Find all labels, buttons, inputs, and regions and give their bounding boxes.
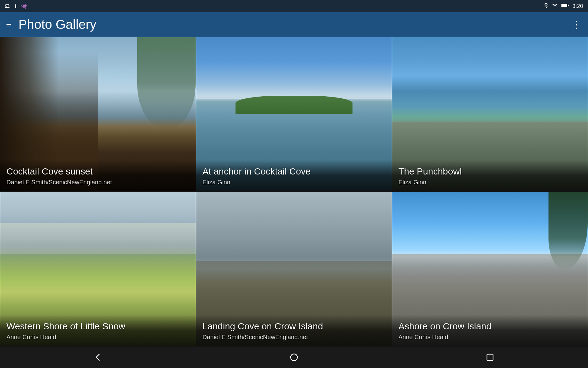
status-time: 3:20 bbox=[572, 3, 583, 10]
status-icons-left: 🖼 ⬇ 👾 bbox=[5, 3, 27, 9]
alien-icon: 👾 bbox=[21, 3, 27, 9]
gallery-item-6[interactable]: Ashore on Crow Island Anne Curtis Heald bbox=[392, 192, 588, 347]
svg-point-3 bbox=[291, 354, 297, 361]
photo-title-3: The Punchbowl bbox=[398, 166, 582, 177]
photo-author-2: Eliza Ginn bbox=[202, 179, 386, 186]
photo-overlay-3: The Punchbowl Eliza Ginn bbox=[392, 160, 588, 191]
photo-overlay-5: Landing Cove on Crow Island Daniel E Smi… bbox=[196, 315, 392, 346]
battery-icon bbox=[561, 3, 569, 9]
photo-title-1: Cocktail Cove sunset bbox=[6, 166, 190, 177]
photo-title-5: Landing Cove on Crow Island bbox=[202, 321, 386, 332]
gallery-item-3[interactable]: The Punchbowl Eliza Ginn bbox=[392, 37, 588, 192]
bluetooth-icon bbox=[544, 2, 548, 10]
gallery-item-1[interactable]: Cocktail Cove sunset Daniel E Smith/Scen… bbox=[0, 37, 196, 192]
photo-author-3: Eliza Ginn bbox=[398, 179, 582, 186]
photo-author-6: Anne Curtis Heald bbox=[398, 334, 582, 341]
gallery-item-4[interactable]: Western Shore of Little Snow Anne Curtis… bbox=[0, 192, 196, 347]
photo-author-4: Anne Curtis Heald bbox=[6, 334, 190, 341]
more-options-icon[interactable]: ⋮ bbox=[571, 19, 582, 30]
menu-icon[interactable]: ≡ bbox=[6, 20, 11, 29]
status-right: 3:20 bbox=[544, 2, 583, 10]
photo-overlay-4: Western Shore of Little Snow Anne Curtis… bbox=[0, 315, 196, 346]
photo-overlay-2: At anchor in Cocktail Cove Eliza Ginn bbox=[196, 160, 392, 191]
svg-rect-4 bbox=[487, 354, 493, 360]
photo-title-2: At anchor in Cocktail Cove bbox=[202, 166, 386, 177]
wifi-icon bbox=[552, 3, 558, 9]
photo-author-1: Daniel E Smith/ScenicNewEngland.net bbox=[6, 179, 190, 186]
gallery-item-2[interactable]: At anchor in Cocktail Cove Eliza Ginn bbox=[196, 37, 392, 192]
status-bar: 🖼 ⬇ 👾 3:20 bbox=[0, 0, 588, 12]
photo-gallery: Cocktail Cove sunset Daniel E Smith/Scen… bbox=[0, 37, 588, 347]
gallery-item-5[interactable]: Landing Cove on Crow Island Daniel E Smi… bbox=[196, 192, 392, 347]
photo-overlay-1: Cocktail Cove sunset Daniel E Smith/Scen… bbox=[0, 160, 196, 191]
photo-author-5: Daniel E Smith/ScenicNewEngland.net bbox=[202, 334, 386, 341]
photo-title-4: Western Shore of Little Snow bbox=[6, 321, 190, 332]
photo-title-6: Ashore on Crow Island bbox=[398, 321, 582, 332]
back-button[interactable] bbox=[89, 348, 107, 366]
navigation-bar bbox=[0, 347, 588, 368]
home-button[interactable] bbox=[285, 348, 303, 366]
download-icon: ⬇ bbox=[13, 3, 17, 9]
photo-overlay-6: Ashore on Crow Island Anne Curtis Heald bbox=[392, 315, 588, 346]
app-title: Photo Gallery bbox=[18, 17, 571, 32]
recents-button[interactable] bbox=[481, 348, 499, 366]
photo-icon: 🖼 bbox=[5, 3, 10, 9]
svg-rect-2 bbox=[568, 5, 569, 6]
svg-rect-1 bbox=[562, 4, 567, 7]
app-bar: ≡ Photo Gallery ⋮ bbox=[0, 12, 588, 37]
